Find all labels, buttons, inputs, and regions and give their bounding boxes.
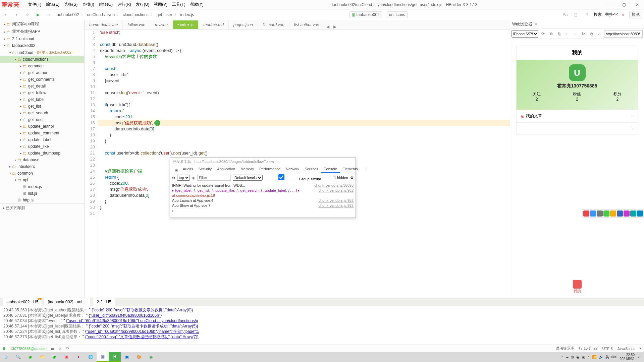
project-chip-2[interactable]: uni-icons [387, 11, 408, 18]
pin-icon[interactable]: ⎘ [556, 31, 562, 37]
tree-item[interactable]: ▸🗀霍常亮线报APP [0, 28, 84, 36]
tab-scroll-left[interactable]: ◀ [324, 24, 331, 29]
s-icon-6[interactable] [617, 210, 623, 217]
s-icon-9[interactable] [637, 210, 643, 217]
s-icon-8[interactable] [630, 210, 636, 217]
devtools-tab[interactable]: Audits [180, 166, 196, 173]
tree-item[interactable]: ▸🗀get_label [0, 96, 84, 103]
devtools-more-icon[interactable]: ⋮ [361, 166, 370, 173]
tray-wifi-icon[interactable]: 📶 [592, 355, 597, 359]
blank-row[interactable]: › [517, 122, 638, 134]
menu-item[interactable]: 工具(T) [170, 0, 187, 9]
case-icon[interactable]: Aa [561, 11, 569, 18]
explorer-icon[interactable]: 📁 [36, 352, 48, 362]
breadcrumb-item[interactable]: get_user [157, 12, 172, 17]
clear-console-icon[interactable]: ⊘ [172, 176, 175, 180]
menu-item[interactable]: 发行(U) [134, 0, 152, 9]
home-icon[interactable]: ⌂ [45, 11, 52, 18]
tray-3[interactable]: ♬ [587, 355, 590, 359]
tree-item[interactable]: ▾🗀api [0, 177, 84, 183]
s-icon-4[interactable] [603, 210, 609, 217]
layout-icon[interactable]: ☰ [51, 346, 54, 351]
paint-icon[interactable]: 🎨 [133, 352, 145, 362]
s-icon-7[interactable] [624, 210, 630, 217]
stat-item[interactable]: 关注2 [533, 91, 541, 102]
breadcrumb-item[interactable]: cloudfunctions [123, 12, 149, 17]
stat-item[interactable]: 积分2 [613, 91, 622, 102]
vscode-icon[interactable]: ▣ [121, 352, 133, 362]
minimize-button[interactable]: — [604, 0, 617, 9]
devtools-console-body[interactable]: [HMR] Waiting for update signal from WDS… [170, 182, 356, 218]
user-email[interactable]: 1307750885@qq.com [10, 347, 46, 351]
tray-1[interactable]: ◉ [576, 355, 580, 359]
console-panel[interactable]: 20:43:35.260 [本地调试][get_author]返回结果： " {… [0, 306, 644, 345]
tree-item[interactable]: ▸🗀get_user [0, 116, 84, 123]
inspect-icon[interactable]: ▣ [172, 167, 181, 174]
breadcrumb-item[interactable]: index.js [180, 12, 194, 17]
devtools-tab[interactable]: Sources [302, 166, 321, 173]
context-select[interactable]: top [177, 175, 190, 181]
project-chip-1[interactable]: ▣taobaoke002 [349, 11, 382, 18]
menu-item[interactable]: 视图(V) [152, 0, 169, 9]
syntax-hint[interactable]: 语法提示库 [556, 346, 574, 351]
terminal-tab[interactable]: 2-2 - H5 [93, 298, 115, 306]
replace-label[interactable]: 替换<< [605, 12, 618, 17]
search-icon[interactable]: 🔍 [12, 352, 24, 362]
breadcrumb-item[interactable]: taobaoke002 [56, 12, 79, 17]
bottom-nav[interactable]: 我的 [573, 280, 582, 294]
terminal-tab[interactable]: taobaoke002 - H599 [3, 298, 42, 306]
tray-vol-icon[interactable]: 🔊 [599, 355, 603, 359]
tree-item[interactable]: ▸🗀get_detail [0, 83, 84, 89]
sync-icon[interactable]: ↻ [66, 346, 69, 351]
more-icon[interactable]: ▾ [639, 346, 641, 351]
forward-icon[interactable]: › [13, 11, 20, 18]
search-label[interactable]: 搜索 [594, 12, 602, 17]
s-icon-2[interactable] [590, 210, 596, 217]
tree-item[interactable]: ▸🗀get_search [0, 110, 84, 116]
my-articles-row[interactable]: ◉ 我的文章 › [517, 110, 638, 122]
terminal-icon[interactable]: ⎚ [59, 347, 61, 351]
devtools-tab[interactable]: Console [321, 166, 340, 173]
tree-item[interactable]: ▾🗀common [0, 170, 84, 177]
devtools-tab[interactable]: Application [214, 166, 238, 173]
tree-item[interactable]: ▾🗀cloudfunctions [0, 56, 84, 63]
nav-back-icon[interactable]: ← [564, 31, 571, 37]
app-icon-4[interactable]: ◉ [145, 352, 157, 362]
menu-item[interactable]: 文件(F) [26, 0, 43, 9]
app-icon-1[interactable]: ◉ [48, 352, 60, 362]
avatar[interactable]: U [569, 64, 586, 81]
tree-item[interactable]: ▸🗀update_label [0, 136, 84, 143]
notifications-icon[interactable]: ▭ [638, 355, 641, 359]
app-icon-3[interactable]: ✦ [72, 352, 85, 362]
tree-item[interactable]: 🗎list.js [0, 190, 84, 197]
editor-tab[interactable]: my.vue [150, 20, 173, 29]
tree-item[interactable]: ▸🗀get_author [0, 69, 84, 76]
tree-item[interactable]: ▾🗀taobaoke002 [0, 42, 84, 49]
s-icon-1[interactable] [583, 210, 589, 217]
stop-icon[interactable]: ⊘ [588, 31, 595, 37]
tree-item[interactable]: ▸🗀update_thumbsup [0, 150, 84, 157]
menu-item[interactable]: 帮助(Y) [188, 0, 206, 9]
tree-item[interactable]: ▸🗀2-1-unicloud [0, 36, 84, 42]
tree-item[interactable]: ▸🗀.hbuilderx [0, 163, 84, 170]
s-icon-5[interactable] [610, 210, 616, 217]
tree-item[interactable]: ▸🗀common [0, 63, 84, 69]
reload-icon[interactable]: ↻ [580, 31, 587, 37]
breadcrumb-item[interactable]: uniCloud-aliyun [87, 12, 115, 17]
group-similar-checkbox[interactable]: Group similar [265, 174, 321, 181]
language-mode[interactable]: JavaScript [618, 347, 635, 351]
tray-cloud-icon[interactable]: ☁ [565, 355, 569, 359]
side-floating-icons[interactable] [582, 209, 644, 218]
terminal-tab[interactable]: [taobaoke002] - uniClo... [44, 298, 91, 306]
encoding[interactable]: UTF-8 [602, 347, 612, 351]
tray-kb-icon[interactable]: ⌨ [611, 355, 616, 359]
menu-item[interactable]: 跳转(G) [97, 0, 115, 9]
wechat-icon[interactable]: ◉ [24, 352, 36, 362]
nav-forward-icon[interactable]: → [572, 31, 579, 37]
editor-tab[interactable]: list-card.vue [258, 20, 289, 29]
app-icon-2[interactable]: ▣ [60, 352, 72, 362]
tray-2[interactable]: ▣ [582, 355, 585, 359]
tree-item[interactable]: 🗎http.js [0, 197, 84, 203]
tree-item[interactable]: ▸🗀update_author [0, 123, 84, 130]
menu-item[interactable]: 查找(I) [80, 0, 96, 9]
